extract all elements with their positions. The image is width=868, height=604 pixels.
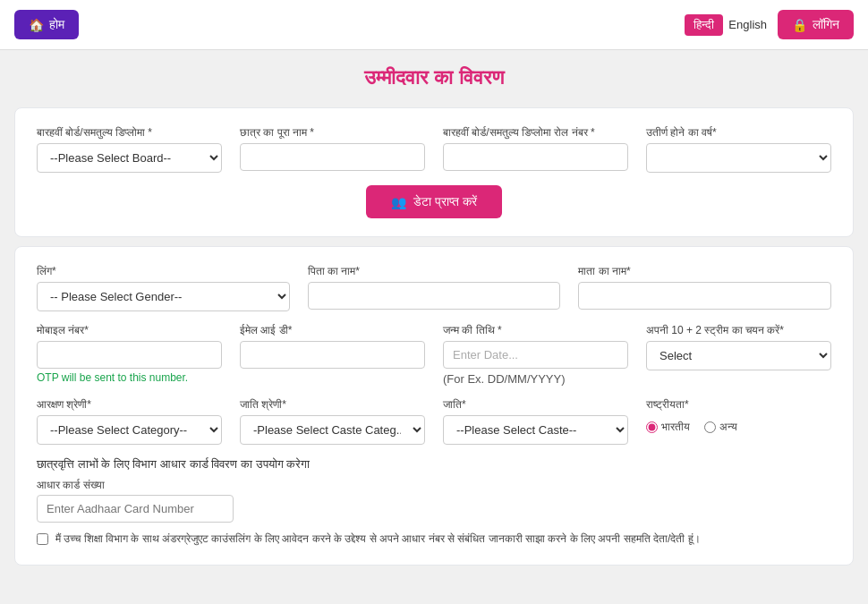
- section2-card: लिंग* -- Please Select Gender-- पिता का …: [14, 246, 854, 566]
- lock-icon: 🔒: [792, 18, 807, 32]
- hindi-lang-button[interactable]: हिन्दी: [685, 14, 723, 36]
- section2-row1: लिंग* -- Please Select Gender-- पिता का …: [37, 265, 831, 311]
- passing-year-select[interactable]: [646, 143, 831, 173]
- mother-name-input[interactable]: [578, 282, 831, 310]
- dob-group: जन्म की तिथि * (For Ex. DD/MM/YYYY): [443, 324, 628, 386]
- father-name-input[interactable]: [308, 282, 561, 310]
- father-name-label: पिता का नाम*: [308, 265, 561, 277]
- english-lang-button[interactable]: English: [728, 18, 767, 31]
- father-name-group: पिता का नाम*: [308, 265, 561, 311]
- header: 🏠 होम हिन्दी English 🔒 लॉगिन: [0, 0, 868, 50]
- roll-group: बारहवीं बोर्ड/समतुल्य डिप्लोमा रोल नंबर …: [443, 126, 628, 173]
- gender-group: लिंग* -- Please Select Gender--: [37, 265, 290, 311]
- home-label: होम: [49, 17, 64, 32]
- aadhaar-info-text: छात्रवृत्ति लाभों के लिए विभाग आधार कार्…: [37, 457, 831, 472]
- nationality-indian-radio[interactable]: [646, 421, 658, 433]
- mother-name-label: माता का नाम*: [578, 265, 831, 277]
- student-name-input[interactable]: [240, 143, 425, 171]
- mobile-label: मोबाइल नंबर*: [37, 324, 222, 336]
- aadhaar-input[interactable]: [37, 495, 234, 523]
- board-select[interactable]: --Please Select Board--: [37, 143, 222, 173]
- language-switcher: हिन्दी English: [685, 14, 767, 36]
- caste-category-label: जाति श्रेणी*: [240, 398, 425, 411]
- student-name-group: छात्र का पूरा नाम *: [240, 126, 425, 173]
- mobile-group: मोबाइल नंबर* OTP will be sent to this nu…: [37, 324, 222, 384]
- mobile-input[interactable]: [37, 341, 222, 369]
- passing-year-group: उतीर्ण होने का वर्ष*: [646, 126, 831, 173]
- dob-format-hint: (For Ex. DD/MM/YYYY): [443, 372, 628, 386]
- section1-row1: बारहवीं बोर्ड/समतुल्य डिप्लोमा * --Pleas…: [37, 126, 831, 173]
- section2-row3: आरक्षण श्रेणी* --Please Select Category-…: [37, 398, 831, 445]
- nationality-group: राष्ट्रीयता* भारतीय अन्य: [646, 398, 831, 438]
- board-label: बारहवीं बोर्ड/समतुल्य डिप्लोमा *: [37, 126, 222, 139]
- mother-name-group: माता का नाम*: [578, 265, 831, 311]
- login-button[interactable]: 🔒 लॉगिन: [778, 10, 854, 39]
- roll-input[interactable]: [443, 143, 628, 171]
- caste-group: जाति* --Please Select Caste--: [443, 398, 628, 445]
- nationality-other-option[interactable]: अन्य: [704, 421, 737, 433]
- section1-card: बारहवीं बोर्ड/समतुल्य डिप्लोमा * --Pleas…: [14, 107, 854, 237]
- fetch-data-button[interactable]: 👥 डेटा प्राप्त करें: [366, 185, 502, 218]
- email-input[interactable]: [240, 341, 425, 369]
- dob-label: जन्म की तिथि *: [443, 324, 628, 336]
- nationality-label: राष्ट्रीयता*: [646, 398, 831, 411]
- caste-select[interactable]: --Please Select Caste--: [443, 415, 628, 445]
- aadhaar-group: आधार कार्ड संख्या: [37, 479, 831, 523]
- nationality-other-radio[interactable]: [704, 421, 716, 433]
- aadhaar-number-label: आधार कार्ड संख्या: [37, 479, 831, 491]
- consent-text: मैं उच्च शिक्षा विभाग के साथ अंडरग्रेजुए…: [55, 532, 701, 547]
- otp-hint: OTP will be sent to this number.: [37, 371, 222, 384]
- category-select[interactable]: --Please Select Category--: [37, 415, 222, 445]
- fetch-label: डेटा प्राप्त करें: [413, 194, 477, 209]
- email-label: ईमेल आई डी*: [240, 324, 425, 336]
- roll-label: बारहवीं बोर्ड/समतुल्य डिप्लोमा रोल नंबर …: [443, 126, 628, 139]
- category-group: आरक्षण श्रेणी* --Please Select Category-…: [37, 398, 222, 445]
- consent-row: मैं उच्च शिक्षा विभाग के साथ अंडरग्रेजुए…: [37, 532, 831, 547]
- category-label: आरक्षण श्रेणी*: [37, 398, 222, 411]
- header-right: हिन्दी English 🔒 लॉगिन: [685, 10, 854, 39]
- nationality-indian-option[interactable]: भारतीय: [646, 421, 690, 433]
- stream-label: अपनी 10 + 2 स्ट्रीम का चयन करें*: [646, 324, 831, 336]
- email-group: ईमेल आई डी*: [240, 324, 425, 369]
- caste-category-select[interactable]: -Please Select Caste Categ...: [240, 415, 425, 445]
- home-icon: 🏠: [29, 18, 44, 32]
- section2-row2: मोबाइल नंबर* OTP will be sent to this nu…: [37, 324, 831, 386]
- nationality-indian-label: भारतीय: [661, 421, 690, 433]
- passing-year-label: उतीर्ण होने का वर्ष*: [646, 126, 831, 139]
- login-label: लॉगिन: [813, 17, 839, 32]
- home-button[interactable]: 🏠 होम: [14, 10, 79, 39]
- fetch-icon: 👥: [391, 195, 406, 209]
- nationality-radio-group: भारतीय अन्य: [646, 421, 831, 438]
- nationality-other-label: अन्य: [719, 421, 737, 433]
- consent-checkbox[interactable]: [37, 533, 48, 545]
- caste-label: जाति*: [443, 398, 628, 411]
- stream-group: अपनी 10 + 2 स्ट्रीम का चयन करें* Select: [646, 324, 831, 370]
- stream-select[interactable]: Select: [646, 341, 831, 370]
- caste-category-group: जाति श्रेणी* -Please Select Caste Categ.…: [240, 398, 425, 445]
- gender-select[interactable]: -- Please Select Gender--: [37, 282, 290, 311]
- page-title: उम्मीदवार का विवरण: [0, 50, 868, 98]
- student-name-label: छात्र का पूरा नाम *: [240, 126, 425, 139]
- dob-input[interactable]: [443, 341, 628, 369]
- gender-label: लिंग*: [37, 265, 290, 277]
- fetch-btn-row: 👥 डेटा प्राप्त करें: [37, 185, 831, 218]
- board-group: बारहवीं बोर्ड/समतुल्य डिप्लोमा * --Pleas…: [37, 126, 222, 173]
